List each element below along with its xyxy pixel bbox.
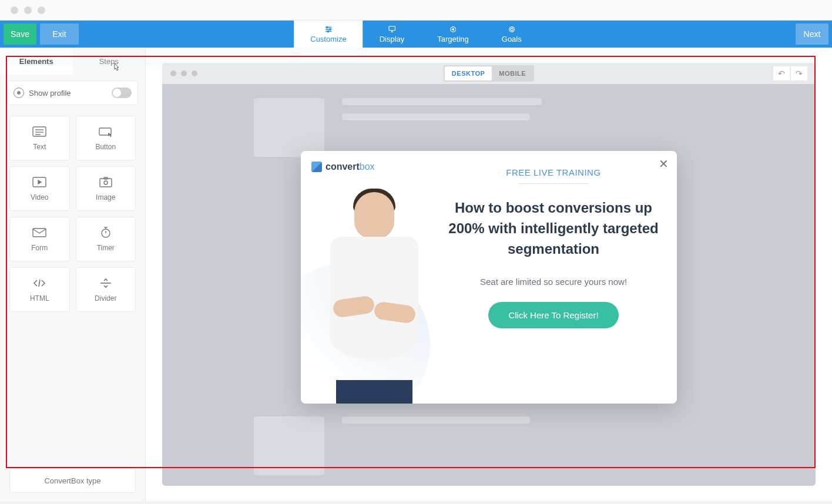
html-icon xyxy=(32,277,47,290)
nav-tabs: Customize Display Targeting Goals xyxy=(294,21,538,48)
chrome-dot xyxy=(38,6,45,14)
tab-display[interactable]: Display xyxy=(363,21,421,48)
preview-frame: DESKTOP MOBILE ↶ ↷ xyxy=(162,63,816,486)
separator xyxy=(518,183,589,184)
svg-point-3 xyxy=(326,26,328,28)
next-button[interactable]: Next xyxy=(796,23,828,45)
tab-goals[interactable]: Goals xyxy=(485,21,538,48)
svg-point-11 xyxy=(509,26,514,32)
text-icon xyxy=(32,125,47,138)
tab-label: Display xyxy=(380,35,405,43)
element-text[interactable]: Text xyxy=(9,116,70,160)
cursor-pointer-icon xyxy=(112,63,120,74)
undo-icon: ↶ xyxy=(778,69,785,78)
sliders-icon xyxy=(324,25,333,33)
svg-point-20 xyxy=(104,181,108,184)
image-icon xyxy=(98,176,113,189)
svg-rect-22 xyxy=(33,229,46,237)
close-button[interactable]: ✕ xyxy=(659,157,669,171)
placeholder-block xyxy=(254,98,324,157)
placeholder-line xyxy=(342,416,530,424)
close-icon: ✕ xyxy=(659,157,669,170)
svg-point-4 xyxy=(329,28,331,30)
element-html[interactable]: HTML xyxy=(9,267,70,312)
person-image xyxy=(324,192,424,404)
svg-point-10 xyxy=(452,28,454,30)
element-image[interactable]: Image xyxy=(76,166,136,211)
chrome-dot xyxy=(170,70,176,76)
sidebar-tab-steps[interactable]: Steps xyxy=(73,48,146,75)
element-label: Text xyxy=(33,143,46,151)
chrome-dot xyxy=(11,6,18,14)
canvas: DESKTOP MOBILE ↶ ↷ xyxy=(146,48,832,501)
timer-icon xyxy=(98,226,113,239)
tab-label: Targeting xyxy=(437,35,468,43)
popup-heading: How to boost conversions up 200% with in… xyxy=(448,198,659,259)
tab-label: Goals xyxy=(502,35,522,43)
save-button[interactable]: Save xyxy=(4,23,36,45)
element-label: Divider xyxy=(95,294,116,303)
svg-point-12 xyxy=(511,28,513,30)
popup-left: convertbox xyxy=(301,151,442,404)
element-label: HTML xyxy=(30,294,49,303)
element-divider[interactable]: Divider xyxy=(76,267,136,312)
brand-text-a: convert xyxy=(326,162,360,172)
popup-content: FREE LIVE TRAINING How to boost conversi… xyxy=(442,151,677,404)
device-desktop[interactable]: DESKTOP xyxy=(445,66,492,80)
convertbox-type-button[interactable]: ConvertBox type xyxy=(9,468,136,493)
element-label: Video xyxy=(31,193,48,201)
preview-chrome: DESKTOP MOBILE ↶ ↷ xyxy=(162,63,816,84)
redo-button[interactable]: ↷ xyxy=(791,66,807,80)
browser-chrome xyxy=(0,0,832,21)
element-timer[interactable]: Timer xyxy=(76,217,136,261)
exit-button[interactable]: Exit xyxy=(40,23,79,45)
video-icon xyxy=(32,176,47,189)
tab-targeting[interactable]: Targeting xyxy=(421,21,485,48)
svg-rect-19 xyxy=(100,179,112,187)
register-button[interactable]: Click Here To Register! xyxy=(488,302,618,328)
element-label: Form xyxy=(31,244,48,252)
element-button[interactable]: Button xyxy=(76,116,136,160)
profile-icon xyxy=(14,88,24,98)
target-icon xyxy=(507,25,516,33)
brand-logo: convertbox xyxy=(301,151,442,172)
chrome-dot xyxy=(192,70,197,76)
form-icon xyxy=(32,226,47,239)
element-video[interactable]: Video xyxy=(9,166,70,211)
device-mobile[interactable]: MOBILE xyxy=(492,66,533,80)
tab-customize[interactable]: Customize xyxy=(294,21,363,48)
undo-button[interactable]: ↶ xyxy=(773,66,790,80)
show-profile-label: Show profile xyxy=(29,89,112,98)
popup[interactable]: ✕ convertbox xyxy=(301,151,677,404)
show-profile-toggle[interactable] xyxy=(112,88,132,98)
sidebar-tab-elements[interactable]: Elements xyxy=(0,48,73,75)
popup-tag: FREE LIVE TRAINING xyxy=(448,167,659,177)
crosshair-icon xyxy=(448,25,458,33)
show-profile-row: Show profile xyxy=(7,80,138,105)
monitor-icon xyxy=(387,25,397,33)
elements-grid: Text Button Video Image Form Timer xyxy=(0,105,145,322)
element-label: Timer xyxy=(97,244,115,252)
device-switch: DESKTOP MOBILE xyxy=(444,65,534,82)
svg-point-5 xyxy=(327,31,329,32)
divider-icon xyxy=(98,277,113,290)
svg-line-27 xyxy=(39,280,40,287)
brand-text-b: box xyxy=(360,162,375,172)
placeholder-line xyxy=(342,98,542,105)
svg-rect-6 xyxy=(389,26,395,30)
topbar: Save Exit Customize Display Targeting G xyxy=(0,21,832,48)
chrome-dot xyxy=(24,6,32,14)
chrome-dot xyxy=(181,70,187,76)
element-label: Button xyxy=(95,143,116,151)
button-icon xyxy=(98,125,113,138)
tab-label: Customize xyxy=(310,35,346,43)
element-form[interactable]: Form xyxy=(9,217,70,261)
redo-icon: ↷ xyxy=(796,69,803,78)
placeholder-line xyxy=(342,113,530,120)
logo-mark-icon xyxy=(311,162,322,172)
element-label: Image xyxy=(96,193,115,201)
popup-subtext: Seat are limited so secure yours now! xyxy=(448,277,659,287)
sidebar: Elements Steps Show profile Text Button xyxy=(0,48,146,501)
placeholder-block xyxy=(254,416,324,475)
